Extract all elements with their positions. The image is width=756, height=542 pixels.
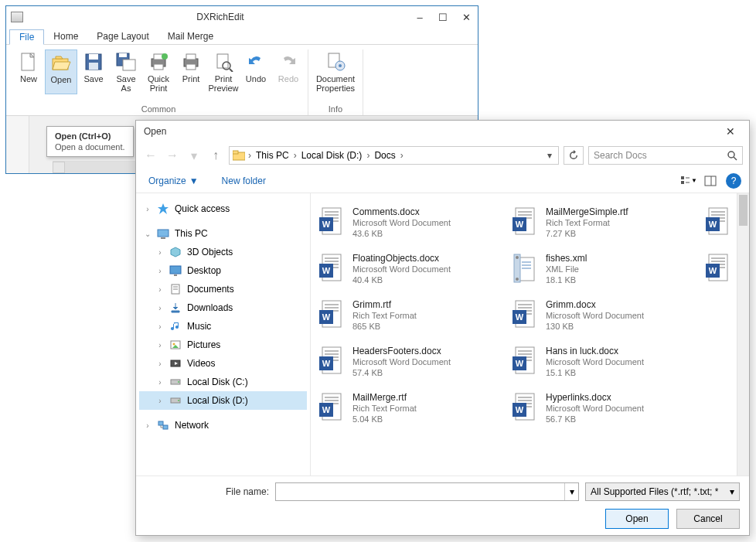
- breadcrumb[interactable]: › This PC›Local Disk (D:)›Docs›▾: [229, 146, 559, 165]
- svg-line-20: [230, 69, 233, 72]
- minimize-button[interactable]: –: [413, 10, 427, 24]
- file-item[interactable]: WHyperlinks.docxMicrosoft Word Document5…: [507, 385, 700, 431]
- svg-text:W: W: [322, 312, 331, 322]
- refresh-button[interactable]: [564, 146, 584, 165]
- file-item[interactable]: WMailMergeSimple.rtfRich Text Format7.27…: [507, 199, 700, 246]
- ribbon-document-properties-button[interactable]: DocumentProperties: [312, 49, 359, 94]
- svg-text:W: W: [516, 359, 524, 368]
- preview-pane-button[interactable]: [701, 172, 720, 189]
- file-grid: WComments.docxMicrosoft Word Document43.…: [314, 199, 746, 469]
- tree-item-music[interactable]: ›Music: [139, 317, 307, 336]
- menu-page-layout[interactable]: Page Layout: [87, 29, 158, 43]
- ribbon-button-label: Open: [51, 75, 72, 84]
- svg-rect-104: [518, 307, 532, 308]
- tree-item-downloads[interactable]: ›Downloads: [139, 298, 307, 317]
- tree-item-3d-objects[interactable]: ›3D Objects: [139, 243, 307, 261]
- open-button[interactable]: Open: [605, 509, 669, 529]
- tree-expand-icon[interactable]: ›: [156, 397, 164, 405]
- file-size: 5.04 KB: [352, 414, 417, 425]
- tree-expand-icon[interactable]: ⌄: [144, 230, 152, 238]
- ribbon-button-label: Save: [83, 74, 103, 84]
- tree-expand-icon[interactable]: ›: [156, 248, 164, 257]
- tree-item-this-pc[interactable]: ⌄This PC: [139, 224, 307, 243]
- svg-rect-36: [161, 237, 165, 239]
- tree-expand-icon[interactable]: ›: [144, 421, 152, 430]
- ribbon-save-as-button[interactable]: SaveAs: [110, 49, 142, 94]
- tree-expand-icon[interactable]: ›: [156, 360, 164, 368]
- tooltip-body: Open a document.: [55, 142, 125, 152]
- tree-expand-icon[interactable]: ›: [144, 205, 152, 213]
- nav-recent-dropdown[interactable]: ▾: [186, 147, 203, 164]
- save-icon: [82, 51, 105, 73]
- svg-text:W: W: [709, 220, 717, 229]
- tree-item-documents[interactable]: ›Documents: [139, 280, 307, 298]
- ribbon-new-button[interactable]: New: [12, 49, 45, 94]
- file-type: Rich Text Format: [546, 218, 628, 229]
- tree-item-pictures[interactable]: ›Pictures: [139, 336, 307, 354]
- view-mode-button[interactable]: ▼: [679, 172, 698, 189]
- cancel-button[interactable]: Cancel: [676, 509, 740, 529]
- file-name: Hyperlinks.docx: [546, 392, 644, 404]
- close-button[interactable]: ✕: [459, 10, 473, 24]
- tree-expand-icon[interactable]: ›: [156, 267, 164, 275]
- menu-mail-merge[interactable]: Mail Merge: [158, 29, 223, 43]
- vertical-scrollbar[interactable]: [737, 193, 749, 476]
- tree-expand-icon[interactable]: ›: [156, 304, 164, 312]
- breadcrumb-segment[interactable]: This PC: [251, 150, 294, 161]
- file-name-input[interactable]: [276, 483, 564, 500]
- file-type: Microsoft Word Document: [546, 311, 644, 322]
- tree-expand-icon[interactable]: ›: [156, 341, 164, 349]
- ribbon-save-button[interactable]: Save: [77, 49, 110, 94]
- file-docx-icon: W: [317, 252, 346, 286]
- new-folder-button[interactable]: New folder: [217, 174, 271, 188]
- file-item[interactable]: WHans in luck.docxMicrosoft Word Documen…: [507, 339, 700, 385]
- menu-home[interactable]: Home: [44, 29, 87, 43]
- file-item[interactable]: WFloatingObjects.docxMicrosoft Word Docu…: [314, 246, 507, 292]
- ribbon-undo-button[interactable]: Undo: [240, 49, 272, 94]
- window-controls: – ☐ ✕: [413, 10, 473, 24]
- scroll-left-arrow[interactable]: [53, 162, 65, 173]
- tree-item-videos[interactable]: ›Videos: [139, 354, 307, 373]
- nav-forward-button[interactable]: →: [164, 147, 181, 164]
- file-item[interactable]: fishes.xmlXML File18.1 KB: [507, 246, 700, 292]
- tree-item-local-disk-c-[interactable]: ›Local Disk (C:): [139, 373, 307, 391]
- svg-marker-37: [171, 247, 180, 257]
- button-row: Open Cancel: [145, 509, 740, 529]
- tree-expand-icon[interactable]: ›: [156, 322, 164, 331]
- nav-back-button[interactable]: ←: [142, 147, 159, 164]
- breadcrumb-dropdown[interactable]: ▾: [544, 150, 555, 161]
- organize-button[interactable]: Organize ▼: [144, 174, 203, 188]
- music-icon: [169, 320, 182, 332]
- file-item[interactable]: WGrimm.rtfRich Text Format865 KB: [314, 292, 507, 339]
- file-item[interactable]: WGrimm.docxMicrosoft Word Document130 KB: [507, 292, 700, 339]
- maximize-button[interactable]: ☐: [436, 10, 450, 24]
- breadcrumb-segment[interactable]: Local Disk (D:): [297, 150, 367, 161]
- tree-expand-icon[interactable]: ›: [156, 285, 164, 294]
- help-button[interactable]: ?: [726, 173, 741, 189]
- file-name-dropdown[interactable]: ▾: [564, 483, 578, 500]
- dialog-close-button[interactable]: ✕: [720, 124, 741, 139]
- open-icon: [49, 52, 73, 73]
- breadcrumb-segment[interactable]: Docs: [369, 150, 400, 161]
- tooltip-title: Open (Ctrl+O): [55, 131, 125, 141]
- tree-expand-icon[interactable]: ›: [156, 378, 164, 387]
- tree-item-desktop[interactable]: ›Desktop: [139, 261, 307, 280]
- ribbon-print-button[interactable]: Print: [175, 49, 207, 94]
- ribbon-open-button[interactable]: Open: [45, 49, 77, 94]
- menu-file[interactable]: File: [9, 29, 44, 45]
- tree-item-local-disk-d-[interactable]: ›Local Disk (D:): [139, 391, 307, 410]
- scrollbar-thumb[interactable]: [739, 195, 747, 226]
- nav-up-button[interactable]: ↑: [207, 147, 224, 164]
- ribbon-print-preview-button[interactable]: PrintPreview: [207, 49, 240, 94]
- file-item[interactable]: WHeadersFooters.docxMicrosoft Word Docum…: [314, 339, 507, 385]
- svg-line-27: [734, 157, 737, 160]
- file-item[interactable]: WMailMerge.rtfRich Text Format5.04 KB: [314, 385, 507, 431]
- ribbon-quick-print-button[interactable]: QuickPrint: [142, 49, 175, 94]
- file-item[interactable]: WComments.docxMicrosoft Word Document43.…: [314, 199, 507, 246]
- tree-item-quick-access[interactable]: ›Quick access: [139, 199, 307, 218]
- network-icon: [156, 419, 170, 431]
- tree-item-network[interactable]: ›Network: [139, 416, 307, 435]
- file-meta: FloatingObjects.docxMicrosoft Word Docum…: [352, 253, 451, 286]
- file-filter-select[interactable]: All Supported Files (*.rtf; *.txt; * ▾: [585, 482, 740, 501]
- search-input[interactable]: Search Docs: [588, 146, 743, 165]
